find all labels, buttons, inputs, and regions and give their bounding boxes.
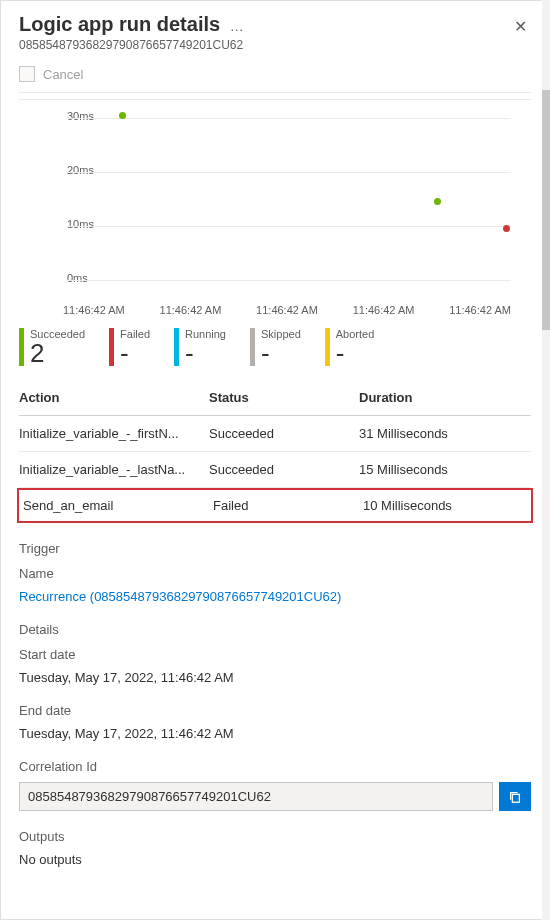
x-tick: 11:46:42 AM bbox=[449, 304, 511, 316]
stat-value: 2 bbox=[30, 340, 85, 366]
stat-card[interactable]: Failed - bbox=[109, 328, 150, 366]
x-tick: 11:46:42 AM bbox=[160, 304, 222, 316]
cancel-icon bbox=[19, 66, 35, 82]
stat-color-bar bbox=[19, 328, 24, 366]
cell-action: Initialize_variable_-_firstN... bbox=[19, 426, 209, 441]
gridline bbox=[67, 280, 511, 281]
stat-value: - bbox=[185, 340, 226, 366]
outputs-section: Outputs bbox=[19, 829, 531, 844]
correlation-id-label: Correlation Id bbox=[19, 759, 531, 774]
cell-status: Succeeded bbox=[209, 462, 359, 477]
stat-color-bar bbox=[174, 328, 179, 366]
table-row[interactable]: Initialize_variable_-_lastNa... Succeede… bbox=[19, 452, 531, 488]
status-summary: Succeeded 2 Failed - Running - Skipped -… bbox=[19, 328, 531, 366]
actions-table-header: Action Status Duration bbox=[19, 380, 531, 416]
stat-card[interactable]: Succeeded 2 bbox=[19, 328, 85, 366]
actions-table-body: Initialize_variable_-_firstN... Succeede… bbox=[19, 416, 531, 523]
stat-color-bar bbox=[325, 328, 330, 366]
cell-status: Succeeded bbox=[209, 426, 359, 441]
table-row[interactable]: Initialize_variable_-_firstN... Succeede… bbox=[19, 416, 531, 452]
close-button[interactable]: ✕ bbox=[510, 13, 531, 40]
x-axis: 11:46:42 AM 11:46:42 AM 11:46:42 AM 11:4… bbox=[19, 304, 531, 316]
trigger-link[interactable]: Recurrence (0858548793682979087665774920… bbox=[19, 589, 531, 604]
cell-duration: 10 Milliseconds bbox=[363, 498, 527, 513]
outputs-value: No outputs bbox=[19, 852, 531, 867]
run-id: 08585487936829790876657749201CU62 bbox=[19, 38, 245, 52]
stat-value: - bbox=[336, 340, 375, 366]
y-tick: 20ms bbox=[67, 164, 94, 176]
chart-point-succeeded bbox=[119, 112, 126, 119]
copy-button[interactable] bbox=[499, 782, 531, 811]
chart-point-succeeded bbox=[434, 198, 441, 205]
y-tick: 30ms bbox=[67, 110, 94, 122]
end-date-value: Tuesday, May 17, 2022, 11:46:42 AM bbox=[19, 726, 531, 741]
page-title: Logic app run details bbox=[19, 13, 220, 35]
end-date-label: End date bbox=[19, 703, 531, 718]
gridline bbox=[67, 172, 511, 173]
x-tick: 11:46:42 AM bbox=[256, 304, 318, 316]
table-row[interactable]: Send_an_email Failed 10 Milliseconds bbox=[17, 488, 533, 523]
cancel-button[interactable]: Cancel bbox=[19, 66, 531, 93]
scrollbar-thumb[interactable] bbox=[542, 90, 550, 330]
stat-value: - bbox=[120, 340, 150, 366]
col-duration: Duration bbox=[359, 390, 531, 405]
svg-rect-0 bbox=[512, 794, 519, 802]
divider bbox=[19, 99, 531, 100]
stat-color-bar bbox=[250, 328, 255, 366]
col-action: Action bbox=[19, 390, 209, 405]
trigger-section: Trigger bbox=[19, 541, 531, 556]
cancel-label: Cancel bbox=[43, 67, 83, 82]
cell-action: Send_an_email bbox=[23, 498, 213, 513]
gridline bbox=[67, 118, 511, 119]
stat-value: - bbox=[261, 340, 301, 366]
x-tick: 11:46:42 AM bbox=[63, 304, 125, 316]
x-tick: 11:46:42 AM bbox=[353, 304, 415, 316]
chart-point-failed bbox=[503, 225, 510, 232]
more-icon[interactable]: … bbox=[224, 18, 245, 34]
copy-icon bbox=[508, 790, 522, 804]
cell-duration: 31 Milliseconds bbox=[359, 426, 531, 441]
stat-color-bar bbox=[109, 328, 114, 366]
cell-status: Failed bbox=[213, 498, 363, 513]
y-tick: 10ms bbox=[67, 218, 94, 230]
start-date-value: Tuesday, May 17, 2022, 11:46:42 AM bbox=[19, 670, 531, 685]
col-status: Status bbox=[209, 390, 359, 405]
details-section: Details bbox=[19, 622, 531, 637]
correlation-id-field[interactable]: 08585487936829790876657749201CU62 bbox=[19, 782, 493, 811]
trigger-name-label: Name bbox=[19, 566, 531, 581]
start-date-label: Start date bbox=[19, 647, 531, 662]
y-tick: 0ms bbox=[67, 272, 88, 284]
header-row: Logic app run details … 0858548793682979… bbox=[19, 13, 531, 66]
cell-duration: 15 Milliseconds bbox=[359, 462, 531, 477]
cell-action: Initialize_variable_-_lastNa... bbox=[19, 462, 209, 477]
stat-card[interactable]: Aborted - bbox=[325, 328, 375, 366]
scrollbar[interactable] bbox=[542, 0, 550, 920]
run-details-panel: Logic app run details … 0858548793682979… bbox=[0, 0, 550, 920]
stat-card[interactable]: Skipped - bbox=[250, 328, 301, 366]
gridline bbox=[67, 226, 511, 227]
stat-card[interactable]: Running - bbox=[174, 328, 226, 366]
duration-chart: 30ms 20ms 10ms 0ms bbox=[19, 110, 531, 300]
